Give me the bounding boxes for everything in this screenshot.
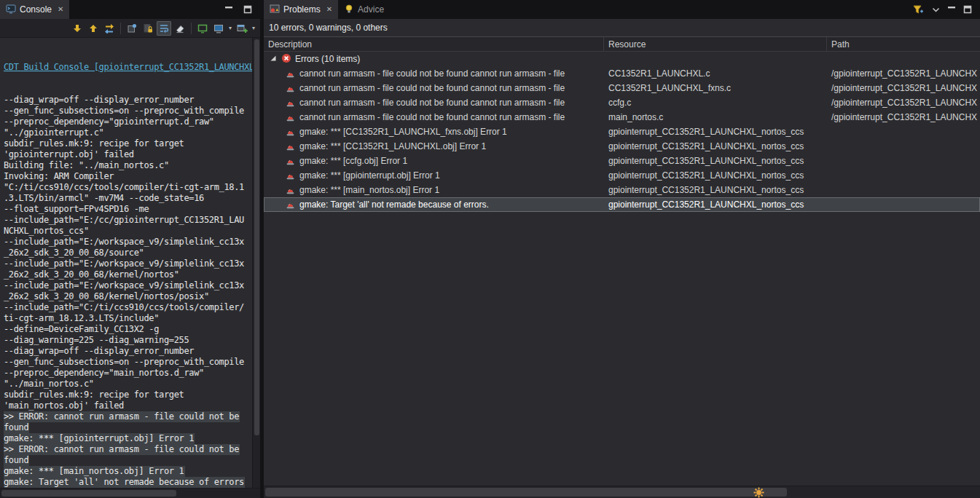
- error-marker-icon: [286, 171, 295, 181]
- minimize-icon[interactable]: [946, 4, 957, 15]
- new-console-icon[interactable]: [235, 21, 249, 36]
- chevron-down-icon[interactable]: ▾: [251, 25, 256, 31]
- problem-row[interactable]: cannot run armasm - file could not be fo…: [264, 110, 980, 125]
- problem-description: cannot run armasm - file could not be fo…: [299, 83, 565, 93]
- toolbar-separator: [191, 23, 192, 34]
- clear-console-icon[interactable]: [173, 21, 187, 36]
- console-tabstrip: Console ✕: [0, 0, 260, 19]
- scrollbar-thumb[interactable]: [254, 39, 259, 435]
- console-lines: --diag_wrap=off --display_error_number--…: [4, 95, 252, 488]
- console-line: found: [4, 455, 29, 466]
- console-horizontal-scrollbar[interactable]: [0, 488, 260, 498]
- problem-row[interactable]: gmake: *** [CC1352R1_LAUNCHXL_fxns.obj] …: [264, 125, 980, 139]
- problem-row[interactable]: gmake: *** [ccfg.obj] Error 1 gpiointerr…: [264, 154, 980, 168]
- column-header-resource[interactable]: Resource: [604, 37, 827, 51]
- console-line: --gen_func_subsections=on --preproc_with…: [4, 106, 252, 116]
- tab-advice[interactable]: Advice: [338, 0, 390, 19]
- problem-description: gmake: *** [ccfg.obj] Error 1: [299, 156, 407, 166]
- problem-description-cell: cannot run armasm - file could not be fo…: [264, 110, 604, 125]
- maximize-icon[interactable]: [243, 4, 253, 15]
- error-marker-icon: [286, 186, 295, 195]
- problem-description: cannot run armasm - file could not be fo…: [299, 112, 565, 122]
- console-line: Invoking: ARM Compiler: [4, 171, 252, 182]
- console-line: --float_support=FPv4SPD16 -me: [4, 204, 252, 215]
- console-line: NCHXL_nortos_ccs": [4, 226, 252, 237]
- tree-expand-icon[interactable]: [268, 53, 278, 65]
- console-line: .3.LTS/bin/armcl" -mv7M4 --code_state=16: [4, 193, 252, 204]
- problems-rows: cannot run armasm - file could not be fo…: [264, 66, 980, 212]
- tab-problems[interactable]: Problems ✕: [264, 0, 338, 19]
- console-line: gmake: Target 'all' not remade because o…: [4, 477, 245, 488]
- console-line: --diag_wrap=off --display_error_number: [4, 95, 252, 106]
- problem-row[interactable]: gmake: *** [CC1352R1_LAUNCHXL.obj] Error…: [264, 139, 980, 154]
- problem-path: /gpiointerrupt_CC1352R1_LAUNCHX: [827, 112, 980, 122]
- console-vertical-scrollbar[interactable]: [252, 38, 260, 488]
- show-error-in-editor-icon[interactable]: [102, 21, 117, 36]
- console-toolbar: ▾ ▾: [0, 19, 260, 38]
- console-line: --include_path="E:/cc/gpiointerrupt_CC13…: [4, 215, 252, 226]
- problem-description-cell: gmake: Target 'all' not remade because o…: [264, 197, 604, 212]
- word-wrap-icon[interactable]: [157, 21, 171, 36]
- console-tab-label: Console: [20, 4, 52, 15]
- display-selected-console-icon[interactable]: [195, 21, 210, 36]
- toolbar-separator: [120, 23, 121, 34]
- problem-row[interactable]: gmake: *** [gpiointerrupt.obj] Error 1 g…: [264, 168, 980, 183]
- console-line: --diag_wrap=off --display_error_number: [4, 346, 252, 357]
- column-header-description[interactable]: Description: [264, 37, 604, 51]
- problem-description-cell: cannot run armasm - file could not be fo…: [264, 95, 604, 110]
- tab-console[interactable]: Console ✕: [0, 0, 69, 19]
- problem-description: gmake: Target 'all' not remade because o…: [299, 199, 489, 210]
- problem-row[interactable]: gmake: Target 'all' not remade because o…: [264, 197, 980, 212]
- problem-description: gmake: *** [main_nortos.obj] Error 1: [299, 185, 439, 195]
- scrollbar-thumb[interactable]: [265, 488, 787, 497]
- errors-group-row[interactable]: Errors (10 items): [264, 52, 980, 66]
- maximize-icon[interactable]: [963, 4, 973, 15]
- error-marker-icon: [286, 84, 295, 93]
- problem-description: gmake: *** [CC1352R1_LAUNCHXL.obj] Error…: [299, 141, 486, 151]
- console-line: 'gpiointerrupt.obj' failed: [4, 149, 252, 160]
- scroll-lock-icon[interactable]: [141, 21, 155, 36]
- background-task-icon[interactable]: [753, 487, 764, 498]
- problem-description-cell: gmake: *** [ccfg.obj] Error 1: [264, 154, 604, 168]
- next-error-icon[interactable]: [70, 21, 85, 36]
- problem-description: gmake: *** [gpiointerrupt.obj] Error 1: [299, 170, 440, 181]
- console-line: Building file: "../main_nortos.c": [4, 160, 252, 171]
- problem-row[interactable]: gmake: *** [main_nortos.obj] Error 1 gpi…: [264, 183, 980, 197]
- minimize-icon[interactable]: [224, 4, 234, 15]
- chevron-down-icon[interactable]: ▾: [227, 25, 233, 31]
- problem-resource: gpiointerrupt_CC1352R1_LAUNCHXL_nortos_c…: [604, 141, 827, 151]
- problem-description-cell: gmake: *** [CC1352R1_LAUNCHXL_fxns.obj] …: [264, 125, 604, 139]
- console-line: --include_path="E:/workspace_v9/simpleli…: [4, 280, 252, 291]
- problem-resource: gpiointerrupt_CC1352R1_LAUNCHXL_nortos_c…: [604, 185, 827, 195]
- filter-icon[interactable]: [910, 2, 925, 17]
- problem-resource: CC1352R1_LAUNCHXL.c: [604, 68, 827, 79]
- open-console-icon[interactable]: [211, 21, 226, 36]
- console-line: _26x2_sdk_3_20_00_68/source": [4, 248, 252, 258]
- view-menu-icon[interactable]: [930, 4, 941, 15]
- problem-row[interactable]: cannot run armasm - file could not be fo…: [264, 81, 980, 95]
- previous-error-icon[interactable]: [86, 21, 101, 36]
- problems-horizontal-scrollbar[interactable]: [264, 486, 980, 498]
- console-line: >> ERROR: cannot run armasm - file could…: [4, 411, 240, 422]
- errors-group-label: Errors (10 items): [295, 54, 360, 64]
- scrollbar-thumb[interactable]: [1, 490, 176, 497]
- problems-summary: 10 errors, 0 warnings, 0 others: [264, 19, 980, 36]
- problem-row[interactable]: cannot run armasm - file could not be fo…: [264, 95, 980, 110]
- problem-row[interactable]: cannot run armasm - file could not be fo…: [264, 66, 980, 81]
- close-icon[interactable]: ✕: [326, 6, 332, 13]
- problem-resource: ccfg.c: [604, 98, 827, 108]
- error-marker-icon: [286, 113, 295, 122]
- column-header-path[interactable]: Path: [827, 37, 980, 51]
- console-line: 'main_nortos.obj' failed: [4, 400, 252, 411]
- pin-console-icon[interactable]: [125, 21, 139, 36]
- console-line: --preproc_dependency="main_nortos.d_raw": [4, 368, 252, 379]
- problem-description-cell: gmake: *** [gpiointerrupt.obj] Error 1: [264, 168, 604, 183]
- problem-resource: CC1352R1_LAUNCHXL_fxns.c: [604, 83, 827, 93]
- error-marker-icon: [286, 142, 295, 151]
- console-line: _26x2_sdk_3_20_00_68/kernel/nortos": [4, 269, 252, 280]
- close-icon[interactable]: ✕: [58, 6, 63, 13]
- console-title: CDT Build Console [gpiointerrupt_CC1352R…: [4, 62, 252, 73]
- problem-path: /gpiointerrupt_CC1352R1_LAUNCHX: [827, 68, 980, 79]
- problems-tab-label: Problems: [283, 4, 321, 15]
- problem-description-cell: gmake: *** [main_nortos.obj] Error 1: [264, 183, 604, 197]
